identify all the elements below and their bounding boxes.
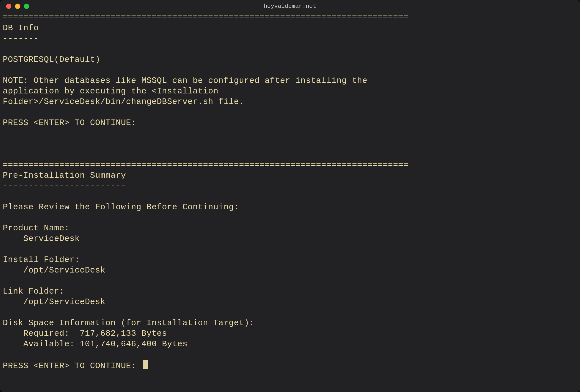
terminal-window: heyvaldemar.net ========================… [0,0,580,392]
db-note-line1: NOTE: Other databases like MSSQL can be … [3,76,367,85]
window-controls [0,4,29,9]
disk-available: Available: 101,740,646,400 Bytes [3,339,188,349]
section-rule: ------- [3,34,39,43]
db-note-line3: Folder>/ServiceDesk/bin/changeDBServer.s… [3,97,244,106]
install-folder-label: Install Folder: [3,255,80,264]
cursor-icon [143,360,148,369]
product-name-label: Product Name: [3,223,70,233]
db-note-line2: application by executing the <Installati… [3,86,218,96]
link-folder-value: /opt/ServiceDesk [3,297,105,307]
section-rule: ------------------------ [3,181,126,191]
disk-required: Required: 717,682,133 Bytes [3,329,167,338]
titlebar: heyvaldemar.net [0,0,580,12]
separator-line: ========================================… [3,160,408,170]
window-title: heyvaldemar.net [0,3,580,9]
product-name-value: ServiceDesk [3,234,80,243]
zoom-icon[interactable] [24,4,29,9]
section-heading-db-info: DB Info [3,23,39,33]
close-icon[interactable] [6,4,11,9]
press-enter-prompt[interactable]: PRESS <ENTER> TO CONTINUE: [3,361,142,371]
install-folder-value: /opt/ServiceDesk [3,266,105,275]
section-heading-pre-install: Pre-Installation Summary [3,171,126,180]
minimize-icon[interactable] [15,4,20,9]
review-intro: Please Review the Following Before Conti… [3,202,239,212]
separator-line: ========================================… [3,13,408,22]
terminal-body[interactable]: ========================================… [0,12,580,374]
press-enter-prompt: PRESS <ENTER> TO CONTINUE: [3,118,142,128]
db-default: POSTGRESQL(Default) [3,55,100,64]
link-folder-label: Link Folder: [3,287,64,296]
disk-space-header: Disk Space Information (for Installation… [3,318,254,328]
